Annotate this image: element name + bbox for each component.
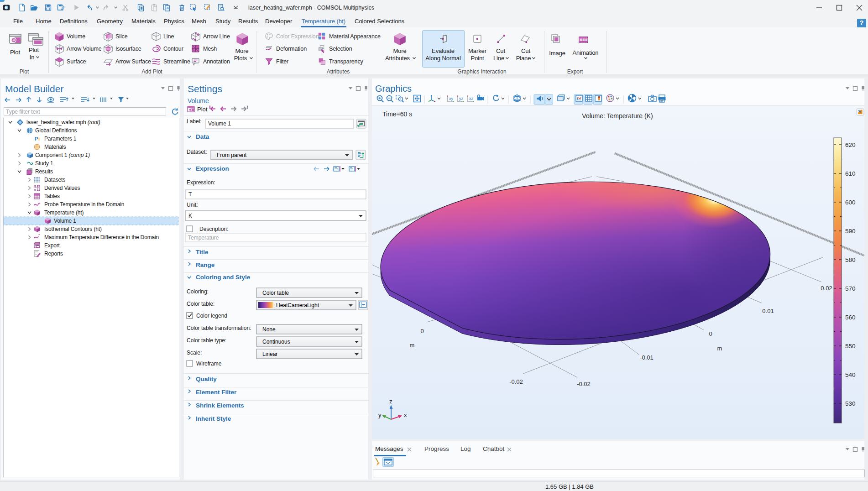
svg-text:Maximum Temperature Difference: Maximum Temperature Difference in the Do… bbox=[44, 234, 159, 240]
svg-text:0.01: 0.01 bbox=[762, 308, 774, 314]
svg-text:Probe Temperature in the Domai: Probe Temperature in the Domain bbox=[44, 201, 124, 208]
svg-text:580: 580 bbox=[845, 256, 856, 263]
svg-text:xz: xz bbox=[469, 96, 474, 101]
svg-text:Expression: Expression bbox=[196, 165, 229, 172]
svg-text:Label:: Label: bbox=[187, 118, 202, 125]
svg-text:laser_heating_wafer.mph (root): laser_heating_wafer.mph (root) bbox=[26, 119, 100, 125]
svg-text:Reports: Reports bbox=[44, 251, 63, 257]
svg-text:Shrink Elements: Shrink Elements bbox=[196, 402, 244, 409]
svg-text:560: 560 bbox=[845, 314, 856, 321]
svg-text:From parent: From parent bbox=[217, 152, 247, 158]
svg-text:Expression:: Expression: bbox=[187, 179, 215, 186]
svg-text:550: 550 bbox=[845, 343, 856, 350]
svg-text:540: 540 bbox=[845, 371, 856, 378]
svg-text:0: 0 bbox=[709, 330, 712, 337]
svg-text:Dataset:: Dataset: bbox=[187, 149, 207, 155]
svg-text:xy: xy bbox=[449, 96, 454, 101]
svg-text:x: x bbox=[404, 412, 407, 418]
svg-text:Volume 1: Volume 1 bbox=[208, 120, 231, 127]
svg-text:Time=60 s: Time=60 s bbox=[382, 110, 412, 118]
svg-text:Derived Values: Derived Values bbox=[44, 185, 80, 191]
svg-text:Settings: Settings bbox=[188, 84, 222, 94]
svg-text:Title: Title bbox=[196, 249, 209, 256]
svg-text:600: 600 bbox=[845, 199, 856, 206]
svg-text:HeatCameraLight: HeatCameraLight bbox=[276, 302, 319, 308]
svg-text:Scale:: Scale: bbox=[187, 350, 202, 356]
svg-text:Element Filter: Element Filter bbox=[196, 389, 237, 396]
svg-text:None: None bbox=[262, 326, 276, 333]
svg-text:e-12: e-12 bbox=[34, 188, 40, 191]
svg-text:Parameters 1: Parameters 1 bbox=[44, 136, 77, 142]
svg-text:Continuous: Continuous bbox=[262, 339, 290, 345]
svg-text:Coloring and Style: Coloring and Style bbox=[196, 274, 251, 281]
svg-text:Description:: Description: bbox=[199, 226, 228, 232]
svg-text:m: m bbox=[410, 342, 415, 349]
svg-text:610: 610 bbox=[845, 170, 856, 177]
svg-text:Results: Results bbox=[35, 168, 53, 175]
svg-text:-0.02: -0.02 bbox=[509, 378, 523, 385]
svg-text:Color table transformation:: Color table transformation: bbox=[187, 325, 251, 331]
svg-text:Temperature: Temperature bbox=[188, 235, 219, 241]
svg-text:Tables: Tables bbox=[44, 193, 60, 199]
svg-text:Volume: Volume bbox=[188, 97, 209, 104]
svg-text:*: * bbox=[38, 233, 40, 237]
svg-text:Volume: Temperature (K): Volume: Temperature (K) bbox=[582, 112, 653, 120]
svg-text:Color table type:: Color table type: bbox=[187, 337, 226, 344]
svg-text:0.02: 0.02 bbox=[821, 285, 832, 292]
svg-text:620: 620 bbox=[845, 141, 856, 148]
svg-text:Wireframe: Wireframe bbox=[196, 360, 222, 367]
svg-text:Range: Range bbox=[196, 261, 215, 268]
svg-text:Plot: Plot bbox=[197, 106, 208, 113]
svg-text:Component 1 (comp 1): Component 1 (comp 1) bbox=[35, 152, 90, 158]
svg-text:Datasets: Datasets bbox=[44, 177, 65, 183]
svg-text:-0.02: -0.02 bbox=[577, 381, 591, 387]
svg-text:Volume 1: Volume 1 bbox=[54, 218, 76, 224]
svg-text:Color table:: Color table: bbox=[187, 301, 214, 307]
svg-text:Color legend: Color legend bbox=[196, 313, 227, 319]
svg-text:0: 0 bbox=[420, 328, 424, 334]
svg-text:Data: Data bbox=[196, 133, 209, 140]
svg-text:T: T bbox=[188, 191, 192, 198]
svg-text:Quality: Quality bbox=[196, 376, 217, 382]
svg-text:8.85: 8.85 bbox=[34, 185, 40, 188]
svg-text:K: K bbox=[188, 213, 192, 219]
svg-text:m: m bbox=[717, 345, 722, 352]
svg-text:570: 570 bbox=[845, 285, 856, 292]
svg-text:Linear: Linear bbox=[262, 351, 277, 357]
svg-text:Temperature (ht): Temperature (ht) bbox=[44, 209, 84, 216]
svg-text:P: P bbox=[35, 136, 38, 141]
svg-text:Isothermal Contours (ht): Isothermal Contours (ht) bbox=[44, 226, 102, 232]
svg-text:y: y bbox=[378, 412, 382, 418]
svg-text:-0.01: -0.01 bbox=[640, 354, 654, 361]
svg-text:Color table: Color table bbox=[262, 290, 289, 296]
svg-text:590: 590 bbox=[845, 228, 856, 235]
svg-text:z: z bbox=[389, 398, 392, 405]
svg-text:Study 1: Study 1 bbox=[35, 160, 53, 167]
svg-text:i: i bbox=[38, 136, 40, 141]
svg-text:yz: yz bbox=[459, 96, 464, 101]
svg-text:Coloring:: Coloring: bbox=[187, 288, 209, 295]
svg-text:Materials: Materials bbox=[44, 144, 66, 150]
svg-text:Export: Export bbox=[44, 242, 60, 249]
svg-text:Global Definitions: Global Definitions bbox=[35, 127, 77, 134]
svg-text:530: 530 bbox=[845, 400, 856, 407]
svg-text:Unit:: Unit: bbox=[187, 202, 198, 208]
svg-text:Inherit Style: Inherit Style bbox=[196, 415, 231, 422]
